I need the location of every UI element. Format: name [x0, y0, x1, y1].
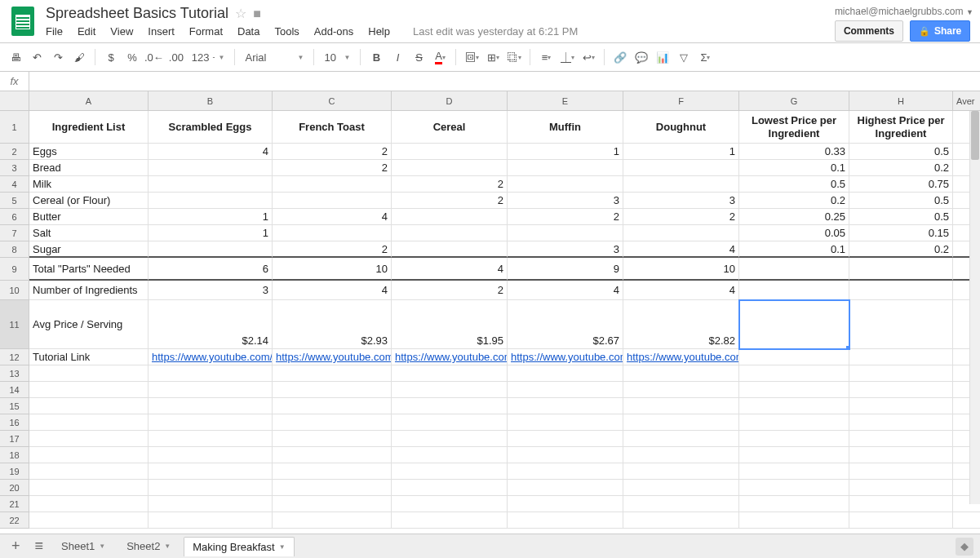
cell[interactable]: 0.5	[849, 209, 953, 225]
cell[interactable]	[508, 414, 623, 431]
cell[interactable]: Milk	[29, 176, 149, 193]
cell[interactable]: 3	[508, 241, 623, 258]
cell[interactable]	[392, 431, 508, 447]
cell[interactable]	[508, 160, 623, 176]
cell[interactable]: Total "Parts" Needed	[29, 258, 149, 281]
cell[interactable]: $2.93	[273, 300, 392, 349]
cell[interactable]	[149, 496, 273, 512]
cell[interactable]: 0.2	[739, 193, 849, 209]
cell[interactable]: 10	[273, 258, 392, 281]
cell[interactable]: 2	[392, 193, 508, 209]
cell[interactable]	[508, 480, 623, 496]
header-cell[interactable]: Scrambled Eggs	[149, 111, 273, 144]
cell[interactable]	[273, 365, 392, 382]
cell[interactable]	[623, 398, 739, 414]
cell[interactable]	[849, 414, 953, 431]
cell[interactable]	[29, 447, 149, 463]
cell[interactable]: Bread	[29, 160, 149, 176]
cell[interactable]: Avg Price / Serving	[29, 300, 149, 349]
cell[interactable]	[849, 258, 953, 281]
cell[interactable]	[392, 144, 508, 160]
row-head[interactable]: 2	[0, 144, 29, 160]
cell[interactable]: 9	[508, 258, 623, 281]
cell[interactable]	[29, 463, 149, 480]
cell[interactable]	[29, 496, 149, 512]
menu-addons[interactable]: Add-ons	[314, 25, 353, 38]
row-head[interactable]: 5	[0, 193, 29, 209]
strikethrough-button[interactable]: S	[410, 47, 428, 67]
cell[interactable]	[739, 382, 849, 398]
cell[interactable]: $1.95	[392, 300, 508, 349]
menu-edit[interactable]: Edit	[78, 25, 95, 38]
wrap-button[interactable]: ↩▾	[579, 47, 597, 67]
cell[interactable]: 2	[392, 176, 508, 193]
sheets-logo[interactable]	[7, 5, 39, 38]
cell[interactable]	[623, 160, 739, 176]
cell[interactable]: Eggs	[29, 144, 149, 160]
col-head[interactable]: H	[849, 91, 953, 111]
percent-button[interactable]: %	[123, 47, 141, 67]
cell[interactable]	[392, 365, 508, 382]
col-head[interactable]: E	[508, 91, 623, 111]
cell[interactable]: 3	[508, 193, 623, 209]
cell[interactable]	[29, 365, 149, 382]
cell[interactable]: 0.25	[739, 209, 849, 225]
cell[interactable]: 3	[149, 281, 273, 300]
cell[interactable]	[508, 431, 623, 447]
cell[interactable]	[392, 382, 508, 398]
cell[interactable]: 0.1	[739, 160, 849, 176]
cell[interactable]	[849, 398, 953, 414]
selected-cell[interactable]	[739, 300, 849, 349]
cell[interactable]: 2	[273, 160, 392, 176]
cell[interactable]	[739, 463, 849, 480]
currency-button[interactable]: $	[102, 47, 120, 67]
menu-data[interactable]: Data	[237, 25, 259, 38]
cell[interactable]	[849, 281, 953, 300]
cell[interactable]	[29, 414, 149, 431]
col-head[interactable]: C	[273, 91, 392, 111]
cell[interactable]	[149, 463, 273, 480]
cell[interactable]	[508, 365, 623, 382]
cell[interactable]	[392, 496, 508, 512]
row-head[interactable]: 13	[0, 365, 29, 382]
row-head[interactable]: 12	[0, 349, 29, 365]
cell[interactable]	[739, 398, 849, 414]
cell[interactable]	[392, 463, 508, 480]
link-cell[interactable]: https://www.youtube.com/wa	[149, 349, 273, 365]
cell[interactable]	[273, 398, 392, 414]
link-icon[interactable]: 🔗	[611, 47, 629, 67]
cell[interactable]	[273, 463, 392, 480]
row-head[interactable]: 21	[0, 496, 29, 512]
col-head[interactable]: A	[29, 91, 149, 111]
header-cell[interactable]: Doughnut	[623, 111, 739, 144]
cell[interactable]	[623, 463, 739, 480]
cell[interactable]	[508, 447, 623, 463]
cell[interactable]	[392, 414, 508, 431]
header-cell[interactable]: Ingredient List	[29, 111, 149, 144]
cell[interactable]	[739, 365, 849, 382]
col-head[interactable]: D	[392, 91, 508, 111]
cell[interactable]: 4	[508, 281, 623, 300]
cell[interactable]	[623, 447, 739, 463]
cell[interactable]	[508, 512, 623, 529]
link-cell[interactable]: https://www.youtube.com/wa	[273, 349, 392, 365]
row-head[interactable]: 22	[0, 512, 29, 529]
redo-icon[interactable]: ↷	[49, 47, 67, 67]
cell[interactable]: 4	[149, 144, 273, 160]
cell[interactable]: 0.75	[849, 176, 953, 193]
cell[interactable]	[849, 431, 953, 447]
print-icon[interactable]: 🖶	[7, 47, 24, 67]
menu-format[interactable]: Format	[189, 25, 223, 38]
cell[interactable]: Salt	[29, 225, 149, 241]
cell[interactable]: Number of Ingredients	[29, 281, 149, 300]
cell[interactable]: 0.33	[739, 144, 849, 160]
cell[interactable]	[29, 512, 149, 529]
cell[interactable]	[149, 241, 273, 258]
col-head[interactable]: F	[623, 91, 739, 111]
cell[interactable]	[392, 447, 508, 463]
header-cell[interactable]: Cereal	[392, 111, 508, 144]
cell[interactable]	[149, 398, 273, 414]
paint-format-icon[interactable]: 🖌	[70, 47, 88, 67]
cell[interactable]: 0.5	[849, 144, 953, 160]
cell[interactable]	[149, 431, 273, 447]
